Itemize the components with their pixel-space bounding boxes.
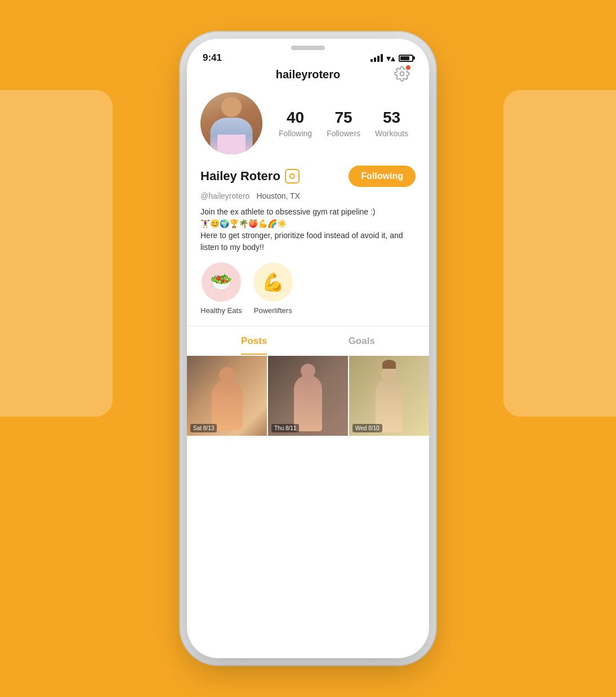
avatar[interactable] [200, 92, 262, 154]
tabs-row: Posts Goals [200, 327, 416, 355]
groups-row: 🥗 Healthy Eats 💪 Powerlifters [200, 262, 416, 315]
name-follow-row: Hailey Rotero Following [200, 166, 416, 187]
stat-following[interactable]: 40 Following [279, 109, 312, 138]
status-icons: ▾▴ [371, 53, 413, 64]
bio-text: Join the ex athlete to obsessive gym rat… [200, 206, 416, 253]
stats-container: 40 Following 75 Followers 53 Workouts [271, 109, 416, 138]
posts-grid: Sat 8/13 Thu 8/11 Wed 8/10 [187, 356, 429, 436]
wifi-icon: ▾▴ [386, 53, 395, 64]
settings-notification-badge [405, 65, 411, 70]
phone-notch [187, 39, 429, 50]
followers-label: Followers [327, 129, 360, 138]
post-item[interactable]: Thu 8/11 [268, 356, 348, 436]
stat-workouts[interactable]: 53 Workouts [375, 109, 408, 138]
tab-goals[interactable]: Goals [349, 336, 375, 355]
following-count: 40 [287, 109, 304, 127]
status-bar: 9:41 ▾▴ [187, 52, 429, 68]
follow-button[interactable]: Following [349, 166, 416, 187]
post-item[interactable]: Sat 8/13 [187, 356, 267, 436]
powerlifters-icon: 💪 [253, 262, 293, 302]
instagram-link-button[interactable] [285, 169, 300, 184]
settings-button[interactable] [394, 66, 410, 84]
app-content: haileyrotero [187, 68, 429, 315]
profile-stats-row: 40 Following 75 Followers 53 Workouts [200, 92, 416, 154]
workouts-count: 53 [383, 109, 400, 127]
post-item[interactable]: Wed 8/10 [349, 356, 429, 436]
post-date-badge: Sat 8/13 [190, 424, 217, 432]
post-date-badge: Wed 8/10 [352, 424, 382, 432]
healthy-eats-label: Healthy Eats [200, 306, 242, 315]
bio-line1: Join the ex athlete to obsessive gym rat… [200, 207, 376, 216]
svg-point-0 [400, 72, 404, 75]
battery-icon [399, 55, 413, 62]
bg-left-decoration [0, 90, 113, 417]
healthy-eats-icon: 🥗 [202, 262, 241, 302]
display-name: Hailey Rotero [200, 169, 300, 184]
phone-frame: 9:41 ▾▴ haileyrotero [187, 39, 429, 658]
handle-location: @haileyrotero Houston, TX [200, 191, 416, 200]
app-background: 9:41 ▾▴ haileyrotero [0, 0, 616, 697]
status-time: 9:41 [203, 52, 222, 64]
following-label: Following [279, 129, 312, 138]
tab-posts[interactable]: Posts [241, 336, 267, 355]
group-powerlifters[interactable]: 💪 Powerlifters [253, 262, 293, 315]
group-healthy-eats[interactable]: 🥗 Healthy Eats [200, 262, 242, 315]
powerlifters-label: Powerlifters [254, 306, 292, 315]
user-handle: @haileyrotero [200, 191, 249, 200]
bg-right-decoration [503, 90, 616, 417]
post-date-badge: Thu 8/11 [271, 424, 299, 432]
workouts-label: Workouts [375, 129, 408, 138]
username-title: haileyrotero [276, 68, 340, 81]
phone-speaker [291, 46, 325, 50]
signal-icon [371, 54, 383, 62]
bio-line2: Here to get stronger, prioritize food in… [200, 231, 403, 252]
profile-header: haileyrotero [200, 68, 416, 81]
user-location: Houston, TX [256, 191, 300, 200]
followers-count: 75 [335, 109, 352, 127]
tabs-section: Posts Goals [187, 327, 429, 355]
stat-followers[interactable]: 75 Followers [327, 109, 360, 138]
bio-emojis: 🏋️‍♀️😊🌍🏆🌴🍑💪🌈☀️ [200, 219, 287, 228]
